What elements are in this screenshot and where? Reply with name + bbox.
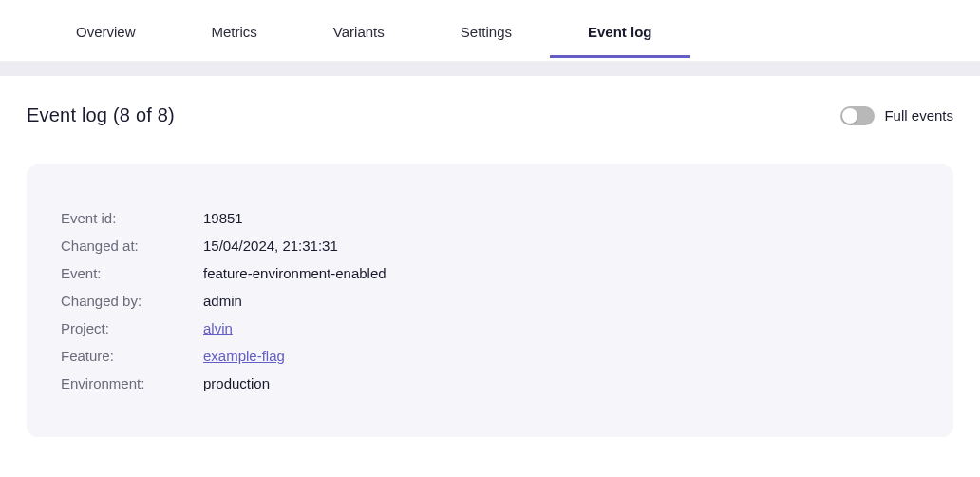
field-changed-by: Changed by: admin — [61, 293, 919, 309]
content-area: Event log (8 of 8) Full events Event id:… — [0, 76, 980, 437]
full-events-toggle-wrap: Full events — [840, 106, 953, 125]
field-value-feature-link[interactable]: example-flag — [203, 348, 285, 364]
field-value-event-id: 19851 — [203, 210, 243, 226]
full-events-toggle[interactable] — [840, 106, 875, 125]
tabs-bar: Overview Metrics Variants Settings Event… — [0, 0, 980, 62]
tab-overview[interactable]: Overview — [38, 5, 174, 57]
field-event-id: Event id: 19851 — [61, 210, 919, 226]
field-value-project-link[interactable]: alvin — [203, 320, 233, 336]
field-label-environment: Environment: — [61, 375, 203, 391]
full-events-toggle-label: Full events — [884, 107, 953, 124]
field-label-changed-by: Changed by: — [61, 293, 203, 309]
tab-metrics[interactable]: Metrics — [174, 5, 295, 57]
field-value-changed-at: 15/04/2024, 21:31:31 — [203, 238, 338, 254]
event-card: Event id: 19851 Changed at: 15/04/2024, … — [27, 164, 953, 437]
content-header: Event log (8 of 8) Full events — [27, 105, 953, 126]
page-title: Event log (8 of 8) — [27, 105, 175, 126]
field-project: Project: alvin — [61, 320, 919, 336]
tab-settings[interactable]: Settings — [423, 5, 550, 57]
field-label-event: Event: — [61, 265, 203, 281]
field-feature: Feature: example-flag — [61, 348, 919, 364]
divider-band — [0, 62, 980, 76]
field-value-changed-by: admin — [203, 293, 242, 309]
field-label-feature: Feature: — [61, 348, 203, 364]
field-value-environment: production — [203, 375, 270, 391]
toggle-knob — [842, 108, 858, 124]
field-label-changed-at: Changed at: — [61, 238, 203, 254]
field-changed-at: Changed at: 15/04/2024, 21:31:31 — [61, 238, 919, 254]
field-label-event-id: Event id: — [61, 210, 203, 226]
field-environment: Environment: production — [61, 375, 919, 391]
tab-event-log[interactable]: Event log — [550, 5, 690, 57]
field-label-project: Project: — [61, 320, 203, 336]
tab-variants[interactable]: Variants — [295, 5, 423, 57]
field-event: Event: feature-environment-enabled — [61, 265, 919, 281]
field-value-event: feature-environment-enabled — [203, 265, 386, 281]
